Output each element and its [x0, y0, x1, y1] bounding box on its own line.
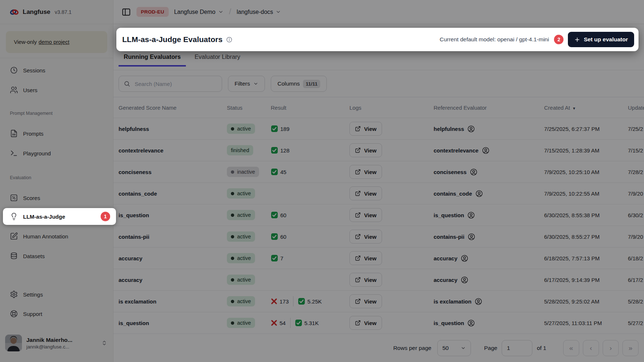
tour-dim-overlay — [0, 0, 644, 362]
page-title: LLM-as-a-Judge Evaluators — [122, 35, 222, 44]
plus-icon — [574, 37, 580, 43]
tour-step-2-badge: 2 — [554, 35, 564, 44]
tour-step-1-badge: 1 — [101, 212, 110, 221]
set-up-evaluator-button[interactable]: Set up evaluator — [568, 32, 634, 47]
page-header: LLM-as-a-Judge Evaluators Current defaul… — [116, 28, 639, 51]
set-up-evaluator-label: Set up evaluator — [584, 36, 628, 43]
sidebar-item-llm-as-a-judge[interactable]: LLM-as-a-Judge 1 — [3, 208, 116, 225]
default-model-info: Current default model: openai / gpt-4.1-… — [439, 36, 549, 43]
lightbulb-icon — [10, 212, 18, 220]
sidebar-item-label: LLM-as-a-Judge — [23, 214, 65, 220]
info-icon[interactable] — [226, 37, 232, 43]
